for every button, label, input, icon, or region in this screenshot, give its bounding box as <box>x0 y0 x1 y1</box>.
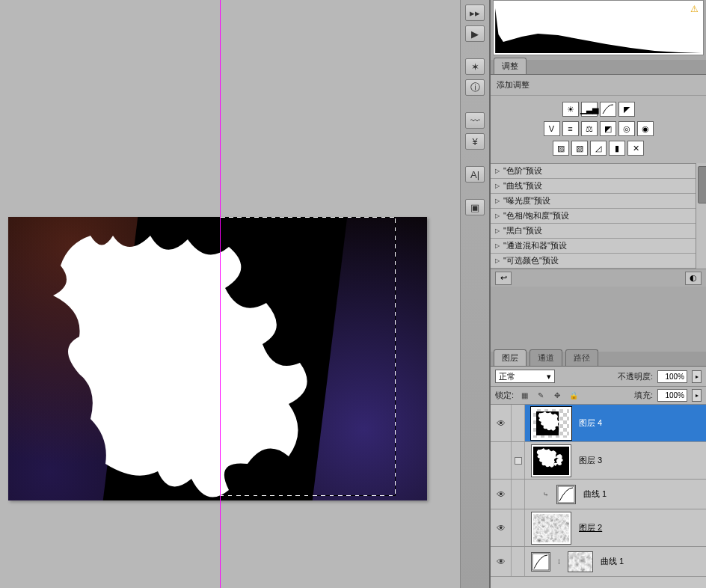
preset-hue-sat[interactable]: ▷"色相/饱和度"预设 <box>491 209 696 224</box>
layer-name[interactable]: 图层 4 <box>579 417 602 429</box>
selection-marquee[interactable] <box>220 217 396 496</box>
color-balance-icon[interactable]: ⚖ <box>581 121 598 136</box>
black-white-icon[interactable]: ◩ <box>600 121 616 136</box>
layers-tab-row: 图层 通道 路径 <box>491 352 706 367</box>
preset-list-container: ▷"色阶"预设 ▷"曲线"预设 ▷"曝光度"预设 ▷"色相/饱和度"预设 ▷"黑… <box>491 163 706 269</box>
strip-expand-icon[interactable]: ▸▸ <box>465 4 485 21</box>
lock-transparent-icon[interactable]: ▦ <box>518 390 530 402</box>
fill-input[interactable]: 100% <box>657 389 687 402</box>
link-icon: ⁞ <box>558 558 560 566</box>
svg-rect-2 <box>532 554 549 570</box>
layer-thumbnail[interactable] <box>533 409 569 438</box>
link-col[interactable] <box>512 442 525 479</box>
adjust-tab-row: 调整 <box>491 60 706 75</box>
brush-icon[interactable]: 〰 <box>465 112 485 129</box>
invert-icon[interactable]: ▨ <box>553 141 569 156</box>
layer-row-3[interactable]: 图层 3 <box>491 442 706 480</box>
posterize-icon[interactable]: ▧ <box>571 141 588 156</box>
preset-bw[interactable]: ▷"黑白"预设 <box>491 224 696 239</box>
svg-rect-0 <box>558 486 574 503</box>
blend-mode-select[interactable]: 正常▾ <box>495 370 555 383</box>
layer-name[interactable]: 曲线 1 <box>583 489 607 500</box>
info-icon[interactable]: ⓘ <box>465 79 485 96</box>
layer-mask-thumbnail[interactable] <box>568 551 593 572</box>
preset-selective-color[interactable]: ▷"可选颜色"预设 <box>491 254 696 269</box>
preset-list: ▷"色阶"预设 ▷"曲线"预设 ▷"曝光度"预设 ▷"色相/饱和度"预设 ▷"黑… <box>491 163 696 269</box>
layer-row-4[interactable]: 👁 图层 4 <box>491 405 706 442</box>
layer-list: 👁 图层 4 图层 3 👁 ⤷ <box>491 405 706 588</box>
photo-filter-icon[interactable]: ◎ <box>618 121 635 136</box>
lock-all-icon[interactable]: 🔒 <box>568 390 580 402</box>
clip-to-layer-icon[interactable]: ◐ <box>685 272 702 285</box>
adjustment-thumbnail[interactable] <box>556 485 576 504</box>
histogram-panel[interactable]: ⚠ <box>493 0 704 55</box>
opacity-input[interactable]: 100% <box>657 370 687 383</box>
right-panels-column: ⚠ 调整 添加调整 ☀ ▁▃▅ ◤ V ≡ ⚖ ◩ ◎ ◉ ▨ ▧ <box>490 0 706 588</box>
link-col[interactable] <box>512 547 525 576</box>
link-col[interactable] <box>512 480 525 509</box>
layer-row-curves1[interactable]: 👁 ⤷ 曲线 1 <box>491 480 706 509</box>
canvas-area[interactable] <box>0 0 460 588</box>
curves-icon[interactable] <box>600 102 616 117</box>
add-adjustment-label: 添加调整 <box>491 75 706 96</box>
opacity-label: 不透明度: <box>618 371 653 382</box>
exposure-icon[interactable]: ◤ <box>618 102 635 117</box>
visibility-toggle[interactable] <box>491 442 512 479</box>
layers-panel: 图层 通道 路径 正常▾ 不透明度: 100% ▸ 锁定: ▦ ✎ ✥ 🔒 填充… <box>491 352 706 588</box>
tab-channels[interactable]: 通道 <box>530 349 562 366</box>
layer-name[interactable]: 曲线 1 <box>601 556 624 567</box>
vertical-guide[interactable] <box>220 0 221 588</box>
layer-row-curves1b[interactable]: 👁 ⁞ 曲线 1 <box>491 547 706 577</box>
fill-label: 填充: <box>634 390 653 401</box>
brightness-contrast-icon[interactable]: ☀ <box>562 102 579 117</box>
preset-channel-mixer[interactable]: ▷"通道混和器"预设 <box>491 239 696 254</box>
lock-position-icon[interactable]: ✥ <box>551 390 563 402</box>
link-col[interactable] <box>512 509 525 546</box>
lock-pixels-icon[interactable]: ✎ <box>535 390 547 402</box>
lock-row: 锁定: ▦ ✎ ✥ 🔒 填充: 100% ▸ <box>491 387 706 405</box>
tab-paths[interactable]: 路径 <box>565 349 598 366</box>
threshold-icon[interactable]: ◿ <box>590 141 607 156</box>
opacity-stepper[interactable]: ▸ <box>692 370 702 383</box>
layer-name[interactable]: 图层 3 <box>579 455 602 466</box>
visibility-toggle[interactable]: 👁 <box>491 547 512 576</box>
levels-icon[interactable]: ▁▃▅ <box>581 102 598 117</box>
gradient-map-icon[interactable]: ▮ <box>609 141 625 156</box>
histogram-warning-icon[interactable]: ⚠ <box>690 4 699 14</box>
preset-curves[interactable]: ▷"曲线"预设 <box>491 179 696 194</box>
svg-rect-3 <box>568 552 592 572</box>
adjustment-icons-grid: ☀ ▁▃▅ ◤ V ≡ ⚖ ◩ ◎ ◉ ▨ ▧ ◿ ▮ ✕ <box>491 96 706 163</box>
camera-icon[interactable]: ▣ <box>465 199 485 215</box>
document-artboard[interactable] <box>8 217 427 500</box>
compass-icon[interactable]: ✶ <box>465 58 485 75</box>
vibrance-icon[interactable]: V <box>544 121 560 136</box>
adjustment-thumbnail[interactable] <box>531 552 550 572</box>
layer-name[interactable]: 图层 2 <box>579 522 602 533</box>
svg-rect-1 <box>533 514 569 542</box>
hue-sat-icon[interactable]: ≡ <box>562 121 579 136</box>
selective-color-icon[interactable]: ✕ <box>627 141 644 156</box>
adjustments-footer: ↩ ◐ <box>491 269 706 287</box>
collapsed-panel-strip: ▸▸ ▶ ✶ ⓘ 〰 ¥ A| ▣ <box>460 0 490 588</box>
fill-stepper[interactable]: ▸ <box>692 389 702 402</box>
return-to-list-icon[interactable]: ↩ <box>495 272 512 285</box>
channel-mixer-icon[interactable]: ◉ <box>637 121 654 136</box>
layer-row-2[interactable]: 👁 图层 2 <box>491 509 706 547</box>
character-icon[interactable]: A| <box>465 166 485 183</box>
visibility-toggle[interactable]: 👁 <box>491 509 512 546</box>
visibility-toggle[interactable]: 👁 <box>491 405 512 441</box>
visibility-toggle[interactable]: 👁 <box>491 480 512 509</box>
preset-exposure[interactable]: ▷"曝光度"预设 <box>491 194 696 209</box>
adjustments-tab[interactable]: 调整 <box>494 58 527 74</box>
preset-levels[interactable]: ▷"色阶"预设 <box>491 164 696 179</box>
layer-options-row: 正常▾ 不透明度: 100% ▸ <box>491 367 706 387</box>
link-col[interactable] <box>512 405 525 441</box>
clip-indicator-icon: ⤷ <box>543 491 549 498</box>
preset-scrollbar[interactable] <box>696 163 706 269</box>
layer-thumbnail[interactable] <box>533 514 569 542</box>
strip-play-icon[interactable]: ▶ <box>465 25 485 42</box>
tab-layers[interactable]: 图层 <box>494 349 527 366</box>
brush-preset-icon[interactable]: ¥ <box>465 133 485 150</box>
layer-thumbnail[interactable] <box>533 447 569 475</box>
adjustments-panel: 调整 添加调整 ☀ ▁▃▅ ◤ V ≡ ⚖ ◩ ◎ ◉ ▨ ▧ ◿ ▮ <box>491 60 706 287</box>
